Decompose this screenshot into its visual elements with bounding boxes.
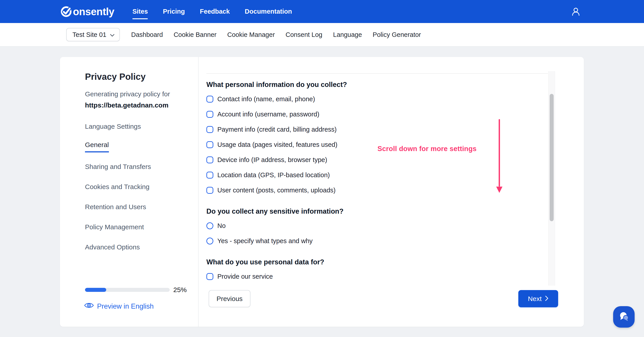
next-button[interactable]: Next	[518, 290, 558, 307]
brand-wordmark: onsently	[73, 5, 114, 18]
progress-bar	[85, 288, 170, 292]
option-sensitive-yes[interactable]: Yes - specify what types and why	[206, 233, 548, 249]
site-toolbar: Test Site 01 Dashboard Cookie Banner Coo…	[0, 23, 644, 47]
preview-in-english-link[interactable]: Preview in English	[84, 302, 154, 311]
checkbox[interactable]	[206, 126, 213, 133]
option-provide-our-service[interactable]: Provide our service	[206, 269, 548, 283]
option-payment-info[interactable]: Payment info (credit card, billing addre…	[206, 122, 548, 137]
site-url: https://beta.getadnan.com	[85, 101, 198, 109]
option-account-info[interactable]: Account info (username, password)	[206, 107, 548, 122]
sidebar-item-advanced-options[interactable]: Advanced Options	[85, 237, 151, 257]
page-title: Privacy Policy	[60, 57, 198, 82]
consently-logo[interactable]: onsently	[60, 5, 114, 18]
checkbox[interactable]	[206, 172, 213, 179]
option-contact-info[interactable]: Contact info (name, email, phone)	[206, 91, 548, 107]
chat-widget-button[interactable]	[613, 306, 634, 328]
tab-consent-log[interactable]: Consent Log	[286, 31, 322, 38]
scrollbar-track[interactable]	[548, 71, 555, 286]
scrollbar-thumb[interactable]	[550, 94, 554, 221]
tab-cookie-banner[interactable]: Cookie Banner	[174, 31, 216, 38]
sidebar-item-retention-and-users[interactable]: Retention and Users	[85, 197, 151, 217]
sidebar-item-policy-management[interactable]: Policy Management	[85, 217, 151, 237]
checkbox[interactable]	[206, 187, 213, 194]
previous-button[interactable]: Previous	[209, 290, 250, 307]
tab-policy-generator[interactable]: Policy Generator	[373, 31, 421, 38]
site-selector-dropdown[interactable]: Test Site 01	[66, 28, 120, 41]
question-heading: Do you collect any sensitive information…	[206, 207, 548, 216]
progress-fill	[85, 288, 106, 292]
user-icon[interactable]	[571, 6, 581, 17]
chevron-right-icon	[545, 295, 548, 303]
policy-form-pane: What personal information do you collect…	[198, 57, 584, 327]
nav-item-feedback[interactable]: Feedback	[200, 8, 230, 15]
personal-info-options: Contact info (name, email, phone) Accoun…	[206, 91, 548, 198]
form-scroll-area[interactable]: What personal information do you collect…	[206, 73, 548, 283]
progress-percent-label: 25%	[173, 286, 187, 294]
option-user-content[interactable]: User content (posts, comments, uploads)	[206, 183, 548, 198]
question-heading: What personal information do you collect…	[206, 80, 548, 89]
chevron-down-icon	[110, 31, 114, 38]
tab-cookie-manager[interactable]: Cookie Manager	[227, 31, 275, 38]
sidebar-item-sharing-and-transfers[interactable]: Sharing and Transfers	[85, 157, 151, 177]
page-background: Privacy Policy Generating privacy policy…	[0, 47, 644, 327]
option-device-info[interactable]: Device info (IP address, browser type)	[206, 152, 548, 167]
generating-for-label: Generating privacy policy for	[85, 90, 198, 98]
site-tabs: Dashboard Cookie Banner Cookie Manager C…	[131, 31, 421, 38]
checkbox[interactable]	[206, 96, 213, 103]
checkbox[interactable]	[206, 141, 213, 148]
consently-ring-check-icon	[60, 5, 72, 18]
data-use-options: Provide our service	[206, 269, 548, 283]
nav-item-documentation[interactable]: Documentation	[245, 8, 292, 15]
policy-section-menu: Language Settings General Sharing and Tr…	[85, 116, 151, 257]
progress-row: 25%	[85, 286, 187, 294]
option-location-data[interactable]: Location data (GPS, IP-based location)	[206, 167, 548, 183]
option-usage-data[interactable]: Usage data (pages visited, features used…	[206, 137, 548, 152]
option-sensitive-no[interactable]: No	[206, 218, 548, 233]
sidebar-item-language-settings[interactable]: Language Settings	[85, 116, 151, 137]
nav-item-sites[interactable]: Sites	[132, 8, 148, 15]
main-nav: Sites Pricing Feedback Documentation	[132, 8, 292, 15]
checkbox[interactable]	[206, 111, 213, 118]
eye-icon	[84, 302, 94, 311]
policy-sidebar: Privacy Policy Generating privacy policy…	[60, 57, 198, 327]
checkbox[interactable]	[206, 156, 213, 163]
checkbox[interactable]	[206, 273, 213, 280]
sidebar-item-cookies-and-tracking[interactable]: Cookies and Tracking	[85, 177, 151, 197]
radio-button[interactable]	[206, 222, 213, 229]
radio-button[interactable]	[206, 238, 213, 245]
policy-generator-card: Privacy Policy Generating privacy policy…	[60, 57, 584, 327]
question-heading: What do you use personal data for?	[206, 258, 548, 267]
chat-bubble-icon	[618, 311, 630, 323]
tab-language[interactable]: Language	[333, 31, 362, 38]
top-navigation: onsently Sites Pricing Feedback Document…	[0, 0, 644, 23]
site-selector-label: Test Site 01	[72, 31, 106, 38]
nav-item-pricing[interactable]: Pricing	[163, 8, 185, 15]
sensitive-info-options: No Yes - specify what types and why	[206, 218, 548, 249]
sidebar-item-general[interactable]: General	[85, 137, 151, 157]
tab-dashboard[interactable]: Dashboard	[131, 31, 163, 38]
preview-link-label: Preview in English	[97, 302, 154, 311]
